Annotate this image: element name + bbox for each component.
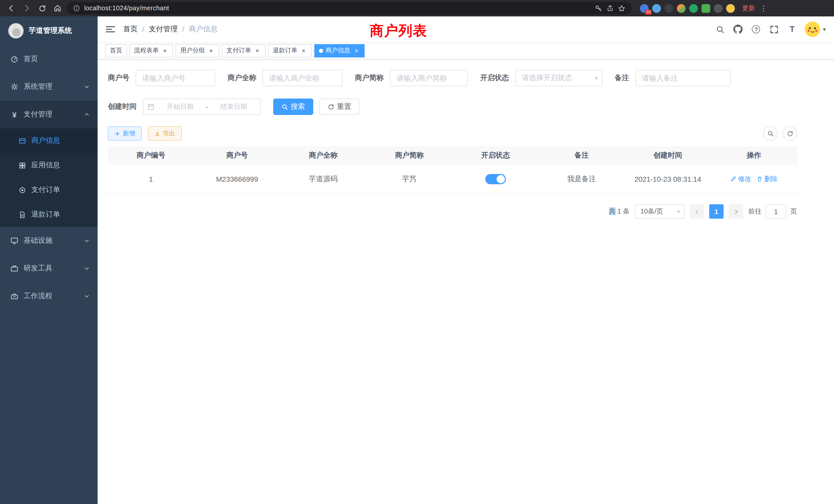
goto-page-input[interactable] <box>766 204 786 219</box>
browser-forward-button[interactable] <box>21 2 33 14</box>
tab-label: 用户分组 <box>180 46 205 55</box>
sidebar-item-label: 支付管理 <box>24 110 52 119</box>
export-button[interactable]: 导出 <box>148 126 182 141</box>
field-label: 开启状态 <box>480 73 509 83</box>
breadcrumb-home[interactable]: 首页 <box>123 25 138 34</box>
chevron-up-icon <box>84 112 89 117</box>
github-icon[interactable] <box>733 24 743 35</box>
navbar: 首页 / 支付管理 / 商户信息 商户列表 ? <box>97 17 834 42</box>
full-name-input[interactable] <box>262 70 343 86</box>
card-icon <box>19 137 26 144</box>
extension-icon-2[interactable] <box>652 4 661 13</box>
font-size-icon[interactable]: T <box>787 24 797 35</box>
prev-page-button[interactable] <box>690 204 704 219</box>
filter-full-name: 商户全称 <box>227 70 343 86</box>
browser-menu-icon[interactable]: ⋮ <box>760 4 767 12</box>
refresh-icon[interactable] <box>783 126 797 141</box>
filter-remark: 备注 <box>615 70 731 86</box>
extension-badge: 10 <box>645 9 652 15</box>
tab-user-group[interactable]: 用户分组 × <box>176 44 219 57</box>
extension-icons: 10 <box>640 4 735 13</box>
goto-label: 前往 <box>748 207 762 216</box>
table-row: 1 M233666999 芋道源码 芋艿 我是备注 2021-10-23 08:… <box>108 165 797 193</box>
sidebar-logo[interactable]: 芋道管理系统 <box>0 17 97 45</box>
search-icon[interactable] <box>715 24 725 35</box>
bookmark-star-icon[interactable] <box>618 4 626 12</box>
sidebar-item-label: 基础设施 <box>24 236 52 245</box>
sidebar-item-app-info[interactable]: 应用信息 <box>0 153 97 178</box>
extension-icon-7[interactable] <box>714 4 723 13</box>
tab-home[interactable]: 首页 <box>105 44 127 57</box>
tab-label: 支付订单 <box>226 46 251 55</box>
close-icon[interactable]: × <box>353 47 360 54</box>
search-button[interactable]: 搜索 <box>273 98 313 115</box>
tab-refund-orders[interactable]: 退款订单 × <box>268 44 312 57</box>
page-size-select[interactable]: 10条/页 ▾ <box>635 204 684 219</box>
sidebar-item-payment-orders[interactable]: 支付订单 <box>0 178 97 202</box>
short-name-input[interactable] <box>390 70 468 86</box>
next-page-button[interactable] <box>729 204 743 219</box>
page-number-1[interactable]: 1 <box>709 204 724 219</box>
close-icon[interactable]: × <box>207 47 215 54</box>
close-icon[interactable]: × <box>300 47 307 54</box>
sidebar-item-infrastructure[interactable]: 基础设施 <box>0 227 97 255</box>
sidebar-item-payment[interactable]: ¥ 支付管理 <box>0 100 97 128</box>
extension-icon-8[interactable] <box>726 4 735 13</box>
browser-back-button[interactable] <box>5 2 18 14</box>
close-icon[interactable]: × <box>254 47 261 54</box>
cell-status <box>453 165 539 193</box>
right-toolbar <box>763 126 797 141</box>
extension-icon-1[interactable]: 10 <box>640 4 649 13</box>
monitor-icon <box>10 236 19 245</box>
site-info-icon[interactable] <box>73 5 80 12</box>
address-bar[interactable]: localhost:1024/pay/merchant <box>67 2 632 14</box>
merchant-no-input[interactable] <box>136 70 215 86</box>
tab-merchant-info[interactable]: 商户信息 × <box>314 44 365 57</box>
add-button[interactable]: 新增 <box>108 126 142 141</box>
delete-link[interactable]: 删除 <box>756 174 777 183</box>
status-toggle[interactable] <box>485 174 506 184</box>
reset-button[interactable]: 重置 <box>320 98 359 115</box>
user-menu[interactable]: ▾ <box>805 22 826 37</box>
extension-icon-6[interactable] <box>702 4 710 13</box>
col-header: 商户全称 <box>280 146 367 165</box>
toggle-search-icon[interactable] <box>763 126 777 141</box>
help-icon[interactable]: ? <box>751 24 761 35</box>
sidebar-item-refund-orders[interactable]: 退款订单 <box>0 202 97 227</box>
extension-icon-3[interactable] <box>664 4 673 13</box>
fullscreen-icon[interactable] <box>769 24 779 35</box>
field-label: 商户简称 <box>355 73 383 83</box>
col-header: 商户简称 <box>367 146 453 165</box>
tab-process-form[interactable]: 流程表单 × <box>129 44 173 57</box>
remark-input[interactable] <box>635 70 731 86</box>
tab-label: 流程表单 <box>134 46 159 55</box>
browser-home-button[interactable] <box>51 2 64 14</box>
sidebar-item-home[interactable]: 首页 <box>0 45 97 73</box>
sidebar-item-workflow[interactable]: 工作流程 <box>0 282 97 310</box>
field-label: 商户号 <box>108 73 129 83</box>
filter-merchant-no: 商户号 <box>108 70 215 86</box>
share-icon[interactable] <box>607 5 614 12</box>
status-select[interactable]: 请选择开启状态 ▾ <box>515 70 602 86</box>
tab-label: 首页 <box>110 46 122 55</box>
password-key-icon[interactable] <box>595 4 602 12</box>
sidebar-item-merchant-info[interactable]: 商户信息 <box>0 128 97 153</box>
start-date-placeholder: 开始日期 <box>158 102 203 111</box>
extension-icon-4[interactable] <box>677 4 686 13</box>
browser-update-button[interactable]: 更新 <box>742 4 755 13</box>
sidebar-item-system[interactable]: 系统管理 <box>0 73 97 100</box>
breadcrumb-payment[interactable]: 支付管理 <box>149 25 178 34</box>
edit-link[interactable]: 修改 <box>730 174 751 183</box>
tab-label: 商户信息 <box>326 46 350 55</box>
date-range-picker[interactable]: 开始日期 - 结束日期 <box>143 98 261 115</box>
close-icon[interactable]: × <box>161 47 169 54</box>
page-jumper: 前往 页 <box>748 204 797 219</box>
sidebar-item-dev-tools[interactable]: 研发工具 <box>0 255 97 282</box>
browser-reload-button[interactable] <box>36 2 48 14</box>
tab-payment-orders[interactable]: 支付订单 × <box>222 44 265 57</box>
table-header: 商户编号 商户号 商户全称 商户简称 开启状态 备注 创建时间 操作 <box>108 146 797 165</box>
filter-short-name: 商户简称 <box>355 70 468 86</box>
hamburger-icon[interactable] <box>106 24 116 35</box>
extension-icon-5[interactable] <box>689 4 698 13</box>
field-label: 商户全称 <box>227 73 256 83</box>
